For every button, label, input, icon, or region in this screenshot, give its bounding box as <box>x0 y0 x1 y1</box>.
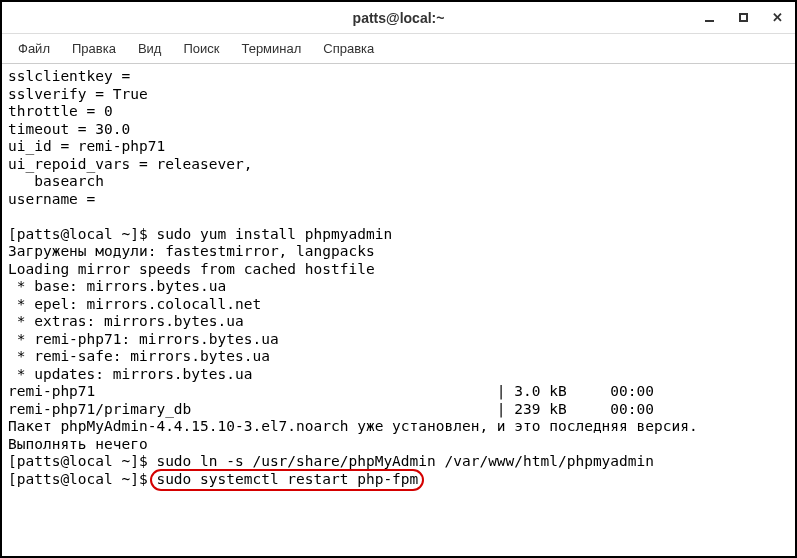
prompt: [patts@local ~]$ <box>8 453 156 469</box>
output-line: Загружены модули: fastestmirror, langpac… <box>8 243 375 259</box>
menu-terminal[interactable]: Терминал <box>231 38 311 59</box>
highlighted-command: sudo systemctl restart php-fpm <box>156 471 418 489</box>
output-line: ui_id = remi-php71 <box>8 138 165 154</box>
output-line: * updates: mirrors.bytes.ua <box>8 366 252 382</box>
output-line: remi-php71 | 3.0 kB 00:00 <box>8 383 654 399</box>
window-title: patts@local:~ <box>353 10 445 26</box>
menu-file[interactable]: Файл <box>8 38 60 59</box>
output-line: * remi-safe: mirrors.bytes.ua <box>8 348 270 364</box>
output-line: Выполнять нечего <box>8 436 148 452</box>
command: sudo yum install phpmyadmin <box>156 226 392 242</box>
output-line: * remi-php71: mirrors.bytes.ua <box>8 331 279 347</box>
prompt: [patts@local ~]$ <box>8 226 156 242</box>
menu-search[interactable]: Поиск <box>173 38 229 59</box>
menu-view[interactable]: Вид <box>128 38 172 59</box>
window-controls: ✕ <box>699 8 787 28</box>
maximize-button[interactable] <box>733 8 753 28</box>
terminal-output[interactable]: sslclientkey = sslverify = True throttle… <box>2 64 795 494</box>
minimize-button[interactable] <box>699 8 719 28</box>
output-line: ui_repoid_vars = releasever, <box>8 156 252 172</box>
titlebar: patts@local:~ ✕ <box>2 2 795 34</box>
menu-edit[interactable]: Правка <box>62 38 126 59</box>
prompt: [patts@local ~]$ <box>8 471 156 487</box>
output-line: basearch <box>8 173 104 189</box>
output-line: remi-php71/primary_db | 239 kB 00:00 <box>8 401 654 417</box>
output-line: * extras: mirrors.bytes.ua <box>8 313 244 329</box>
output-line: Loading mirror speeds from cached hostfi… <box>8 261 375 277</box>
output-line: sslverify = True <box>8 86 148 102</box>
output-line: sslclientkey = <box>8 68 130 84</box>
menu-help[interactable]: Справка <box>313 38 384 59</box>
output-line: * base: mirrors.bytes.ua <box>8 278 226 294</box>
command: sudo systemctl restart php-fpm <box>156 471 418 487</box>
output-line: Пакет phpMyAdmin-4.4.15.10-3.el7.noarch … <box>8 418 698 434</box>
close-button[interactable]: ✕ <box>767 8 787 28</box>
output-line: username = <box>8 191 95 207</box>
output-line: timeout = 30.0 <box>8 121 130 137</box>
menubar: Файл Правка Вид Поиск Терминал Справка <box>2 34 795 64</box>
output-line: * epel: mirrors.colocall.net <box>8 296 261 312</box>
command: sudo ln -s /usr/share/phpMyAdmin /var/ww… <box>156 453 654 469</box>
output-line: throttle = 0 <box>8 103 113 119</box>
